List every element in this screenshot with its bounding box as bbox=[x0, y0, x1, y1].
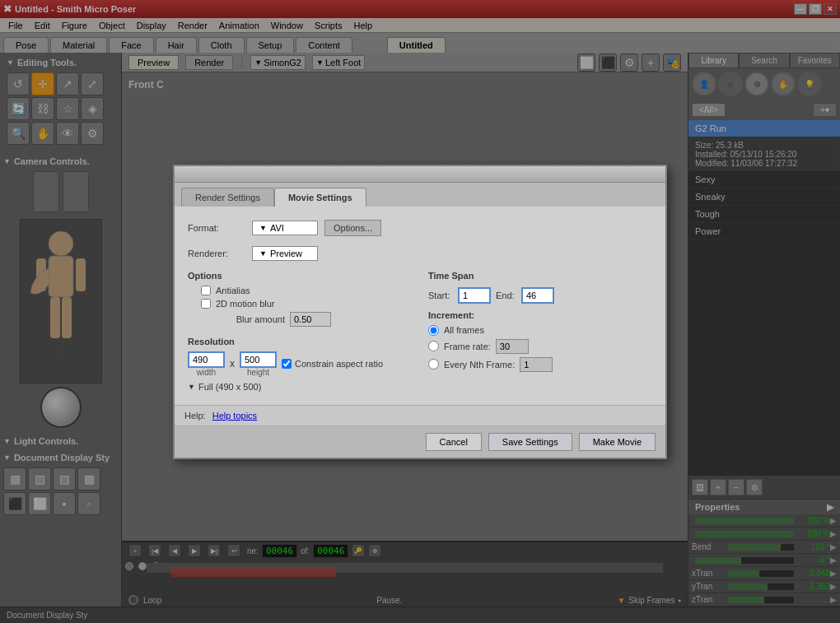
options-button[interactable]: Options... bbox=[324, 220, 381, 236]
tab-render-settings[interactable]: Render Settings bbox=[181, 188, 274, 207]
options-section: Options Antialias 2D motion blur Blur am… bbox=[188, 271, 412, 327]
dialog-overlay: Render Settings Movie Settings Format: ▼… bbox=[0, 0, 840, 623]
dialog-buttons: Cancel Save Settings Make Movie bbox=[175, 425, 665, 458]
end-label: End: bbox=[496, 291, 516, 300]
end-input[interactable] bbox=[521, 287, 554, 304]
res-preset-label: Full (490 x 500) bbox=[198, 382, 261, 392]
renderer-label: Renderer: bbox=[188, 249, 245, 258]
all-frames-row: All frames bbox=[428, 325, 652, 336]
dialog-titlebar bbox=[175, 166, 665, 183]
blur-input[interactable] bbox=[290, 312, 331, 327]
height-sub: height bbox=[247, 368, 269, 377]
options-label: Options bbox=[188, 271, 412, 281]
main-options-area: Options Antialias 2D motion blur Blur am… bbox=[188, 271, 652, 392]
every-nth-row: Every Nth Frame: bbox=[428, 357, 652, 372]
right-options: Time Span Start: End: Increment: All fra… bbox=[428, 271, 652, 392]
constrain-label: Constrain aspect ratio bbox=[295, 359, 383, 369]
cancel-button[interactable]: Cancel bbox=[426, 433, 482, 451]
every-nth-input[interactable] bbox=[520, 357, 553, 372]
constrain-row: Constrain aspect ratio bbox=[282, 359, 383, 369]
width-input[interactable] bbox=[188, 351, 225, 368]
format-value: AVI bbox=[270, 223, 284, 233]
every-nth-label: Every Nth Frame: bbox=[444, 360, 515, 370]
time-span-label: Time Span bbox=[428, 271, 652, 281]
renderer-select[interactable]: ▼ Preview bbox=[252, 246, 318, 261]
help-label: Help: bbox=[184, 411, 206, 421]
left-options: Options Antialias 2D motion blur Blur am… bbox=[188, 271, 412, 392]
res-inputs-row: width x height Constrain aspect ratio bbox=[188, 351, 412, 377]
help-link[interactable]: Help topics bbox=[212, 411, 257, 421]
all-frames-radio[interactable] bbox=[428, 325, 439, 336]
motion-blur-row: 2D motion blur bbox=[201, 299, 412, 309]
render-dialog: Render Settings Movie Settings Format: ▼… bbox=[173, 165, 667, 459]
blur-amount-label: Blur amount bbox=[227, 314, 285, 324]
dialog-content: Format: ▼ AVI Options... Renderer: ▼ Pre… bbox=[175, 207, 665, 405]
res-x-symbol: x bbox=[230, 358, 235, 370]
start-label: Start: bbox=[428, 291, 453, 300]
time-span-row: Start: End: bbox=[428, 287, 652, 304]
start-input[interactable] bbox=[458, 287, 491, 304]
format-row: Format: ▼ AVI Options... bbox=[188, 220, 652, 236]
antialias-label: Antialias bbox=[216, 286, 250, 295]
height-input[interactable] bbox=[240, 351, 277, 368]
resolution-section: Resolution width x height bbox=[188, 337, 412, 392]
make-movie-button[interactable]: Make Movie bbox=[579, 433, 656, 451]
constrain-checkbox[interactable] bbox=[282, 359, 292, 369]
frame-rate-row: Frame rate: bbox=[428, 339, 652, 354]
every-nth-radio[interactable] bbox=[428, 359, 439, 370]
width-sub: width bbox=[197, 368, 216, 377]
frame-rate-radio[interactable] bbox=[428, 341, 439, 351]
dialog-footer: Help: Help topics bbox=[175, 405, 665, 425]
motion-blur-label: 2D motion blur bbox=[216, 299, 275, 309]
all-frames-label: All frames bbox=[444, 325, 484, 335]
format-select[interactable]: ▼ AVI bbox=[252, 221, 318, 235]
tab-movie-settings[interactable]: Movie Settings bbox=[274, 188, 366, 207]
format-label: Format: bbox=[188, 223, 245, 233]
antialias-checkbox[interactable] bbox=[201, 286, 211, 295]
frame-rate-label: Frame rate: bbox=[444, 342, 491, 351]
frame-rate-input[interactable] bbox=[496, 339, 529, 354]
resolution-label: Resolution bbox=[188, 337, 412, 346]
dialog-tabs: Render Settings Movie Settings bbox=[175, 183, 665, 207]
increment-label: Increment: bbox=[428, 310, 652, 320]
renderer-value: Preview bbox=[270, 249, 302, 258]
antialias-row: Antialias bbox=[201, 286, 412, 295]
motion-blur-checkbox[interactable] bbox=[201, 299, 211, 309]
renderer-row: Renderer: ▼ Preview bbox=[188, 246, 652, 261]
save-settings-button[interactable]: Save Settings bbox=[488, 433, 572, 451]
blur-amount-row: Blur amount bbox=[227, 312, 412, 327]
res-preset[interactable]: ▼ Full (490 x 500) bbox=[188, 382, 412, 392]
